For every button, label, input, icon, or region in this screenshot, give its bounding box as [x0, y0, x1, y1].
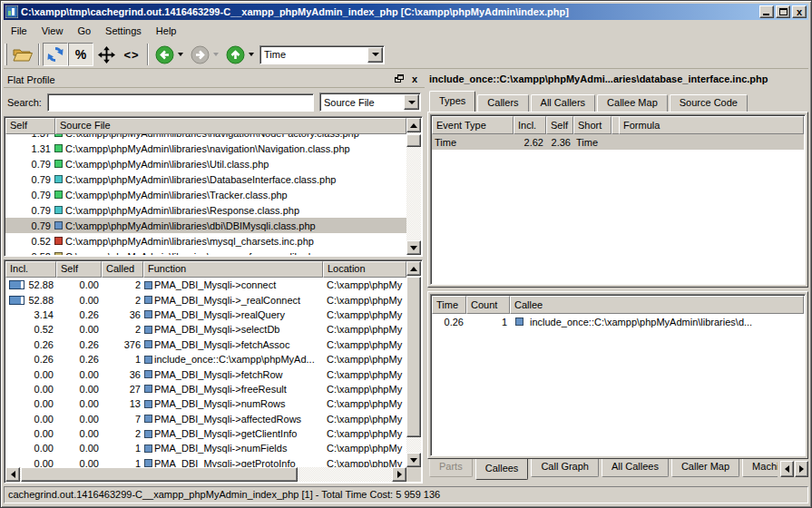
combo-dropdown-button[interactable]: [404, 94, 419, 110]
column-header-self[interactable]: Self: [546, 116, 573, 134]
tab-machine[interactable]: Machine: [742, 459, 778, 477]
menu-settings[interactable]: Settings: [98, 23, 149, 39]
file-list-vscrollbar[interactable]: [406, 118, 421, 255]
tab-caller-map[interactable]: Caller Map: [671, 459, 739, 477]
up-button[interactable]: [222, 43, 248, 66]
callee-row[interactable]: 0.26 1 include_once::C:\xampp\phpMyAdmin…: [432, 314, 804, 329]
tab-source-code[interactable]: Source Code: [670, 94, 748, 112]
menu-help[interactable]: Help: [149, 23, 184, 39]
function-row[interactable]: 0.000.001PMA_DBI_Mysqli->numFieldsC:\xam…: [5, 441, 406, 455]
file-row[interactable]: 0.79C:\xampp\phpMyAdmin\libraries\Tracke…: [5, 187, 406, 202]
function-name: include_once::C:\xampp\phpMyAd...: [154, 354, 315, 365]
forward-dropdown-icon[interactable]: [213, 53, 219, 56]
function-row[interactable]: 0.000.001PMA_DBI_Mysqli->getProtoInfoC:\…: [5, 456, 406, 467]
file-row[interactable]: 0.79C:\xampp\phpMyAdmin\libraries\Databa…: [5, 171, 406, 187]
column-header-incl[interactable]: Incl.: [514, 116, 546, 134]
forward-button[interactable]: [187, 43, 212, 66]
cycle-detection-button[interactable]: [43, 43, 68, 66]
function-row[interactable]: 0.000.0027PMA_DBI_Mysqli->freeResultC:\x…: [5, 382, 406, 396]
column-header-count[interactable]: Count: [466, 296, 510, 314]
scroll-right-button[interactable]: [392, 467, 406, 482]
function-row[interactable]: 52.880.002PMA_DBI_Mysqli->connectC:\xamp…: [5, 278, 406, 292]
maximize-button[interactable]: [776, 5, 790, 18]
close-panel-button[interactable]: x: [408, 73, 421, 85]
function-row[interactable]: 0.000.0013PMA_DBI_Mysqli->numRowsC:\xamp…: [5, 396, 406, 411]
scrollbar-thumb[interactable]: [406, 277, 421, 437]
function-row[interactable]: 52.880.002PMA_DBI_Mysqli->_realConnectC:…: [5, 292, 406, 307]
column-header-self[interactable]: Self: [56, 261, 102, 278]
function-icon: [144, 415, 152, 423]
column-header-formula[interactable]: Formula: [619, 116, 804, 134]
function-icon: [144, 281, 152, 289]
file-row[interactable]: 0.79C:\xampp\phpMyAdmin\libraries\dbi\DB…: [5, 218, 406, 233]
title-bar[interactable]: C:\xampp\tmp\cachegrind.out.1416463299-C…: [4, 4, 808, 20]
close-button[interactable]: x: [792, 5, 807, 18]
shorten-templates-button[interactable]: <>: [119, 43, 144, 66]
tab-all-callers[interactable]: All Callers: [531, 94, 596, 112]
scroll-up-button[interactable]: [406, 261, 421, 276]
tab-callee-map[interactable]: Callee Map: [597, 94, 668, 112]
menu-go[interactable]: Go: [70, 23, 98, 39]
column-header-time[interactable]: Time: [432, 296, 466, 314]
menu-file[interactable]: File: [4, 23, 34, 39]
column-header-incl[interactable]: Incl.: [5, 261, 56, 278]
tab-call-graph[interactable]: Call Graph: [531, 459, 599, 477]
function-table-vscrollbar[interactable]: [406, 261, 421, 467]
function-table-hscrollbar[interactable]: [5, 467, 406, 482]
self-value: 0.00: [56, 295, 102, 306]
column-header-callee[interactable]: Callee: [510, 296, 804, 314]
event-type-row[interactable]: Time 2.62 2.36 Time: [432, 134, 804, 150]
scroll-down-button[interactable]: [406, 240, 421, 255]
tab-all-callees[interactable]: All Callees: [602, 459, 669, 477]
up-dropdown-icon[interactable]: [249, 53, 254, 56]
search-input[interactable]: [47, 93, 314, 112]
expand-areas-button[interactable]: [93, 43, 119, 66]
function-row[interactable]: 0.260.261include_once::C:\xampp\phpMyAd.…: [5, 352, 406, 366]
combo-dropdown-button[interactable]: [367, 47, 383, 63]
tab-parts[interactable]: Parts: [429, 459, 473, 477]
function-row[interactable]: 3.140.2636PMA_DBI_Mysqli->realQueryC:\xa…: [5, 308, 406, 322]
file-self-cost: 1.37: [5, 134, 51, 139]
tab-callers[interactable]: Callers: [477, 94, 528, 112]
column-header-event-type[interactable]: Event Type: [432, 116, 514, 134]
float-panel-button[interactable]: [393, 73, 406, 85]
scroll-down-button[interactable]: [406, 453, 421, 467]
column-header-function[interactable]: Function: [143, 261, 323, 278]
scroll-left-button[interactable]: [5, 467, 20, 482]
function-row[interactable]: 0.520.002PMA_DBI_Mysqli->selectDbC:\xamp…: [5, 322, 406, 337]
column-header-location[interactable]: Location: [323, 261, 406, 278]
toolbar-grip[interactable]: [5, 44, 7, 65]
tab-scroll-right-button[interactable]: [795, 461, 808, 477]
function-table-header: Incl. Self Called Function Location: [5, 261, 406, 278]
function-row[interactable]: 0.260.26376PMA_DBI_Mysqli->fetchAssocC:\…: [5, 337, 406, 352]
file-row[interactable]: 0.79C:\xampp\phpMyAdmin\libraries\Util.c…: [5, 156, 406, 171]
flat-profile-header[interactable]: Flat Profile x: [4, 72, 425, 88]
relative-percent-button[interactable]: %: [68, 43, 93, 66]
event-type-combo[interactable]: Time: [259, 45, 385, 64]
column-header-called[interactable]: Called: [102, 261, 143, 278]
file-row[interactable]: 0.52C:\xampp\phpMyAdmin\libraries\mysql_…: [5, 233, 406, 249]
scrollbar-thumb[interactable]: [21, 467, 298, 482]
function-row[interactable]: 0.000.002PMA_DBI_Mysqli->getClientInfoC:…: [5, 426, 406, 441]
back-dropdown-icon[interactable]: [178, 53, 183, 56]
back-button[interactable]: [152, 43, 177, 66]
menu-view[interactable]: View: [34, 23, 71, 39]
column-header-source-file[interactable]: Source File: [55, 118, 406, 134]
column-header-short[interactable]: Short: [573, 116, 611, 134]
group-by-combo[interactable]: Source File: [319, 93, 421, 112]
bottom-tab-bar: PartsCalleesCall GraphAll CalleesCaller …: [429, 459, 778, 481]
file-row[interactable]: 0.52C:\xampp\phpMyAdmin\libraries\user_p…: [5, 249, 406, 255]
tab-types[interactable]: Types: [429, 91, 475, 112]
open-file-button[interactable]: [10, 43, 35, 66]
tab-scroll-left-button[interactable]: [780, 461, 794, 477]
function-row[interactable]: 0.000.0036PMA_DBI_Mysqli->fetchRowC:\xam…: [5, 366, 406, 381]
file-row[interactable]: 1.37C:\xampp\phpMyAdmin\libraries\naviga…: [5, 134, 406, 141]
file-row[interactable]: 0.79C:\xampp\phpMyAdmin\libraries\Respon…: [5, 202, 406, 218]
column-header-self[interactable]: Self: [5, 118, 55, 134]
scroll-up-button[interactable]: [406, 118, 421, 132]
minimize-button[interactable]: [759, 5, 774, 18]
function-row[interactable]: 0.000.007PMA_DBI_Mysqli->affectedRowsC:\…: [5, 412, 406, 426]
tab-callees[interactable]: Callees: [475, 459, 529, 480]
scrollbar-thumb[interactable]: [406, 134, 421, 147]
file-row[interactable]: 1.31C:\xampp\phpMyAdmin\libraries\naviga…: [5, 141, 406, 156]
